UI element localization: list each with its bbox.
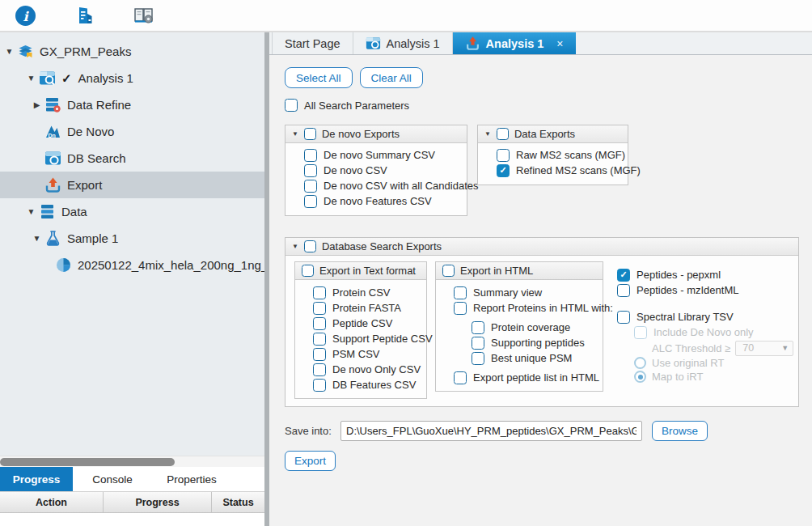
expander-icon[interactable]: ▼	[32, 234, 41, 243]
tree-item-data-refine[interactable]: ▶ Data Refine	[0, 91, 264, 118]
tree-item-label: DB Search	[67, 151, 126, 165]
expander-icon[interactable]: ▼	[27, 207, 36, 216]
column-header-status[interactable]: Status	[212, 492, 264, 512]
sample-flask-icon	[44, 230, 61, 247]
checkbox-de-novo-summary-csv[interactable]: De novo Summary CSV	[304, 147, 462, 163]
info-icon[interactable]: i	[15, 5, 36, 27]
checkbox-all-search-parameters[interactable]: All Search Parameters	[285, 97, 812, 113]
column-header-action[interactable]: Action	[0, 492, 104, 512]
tab-console[interactable]: Console	[73, 467, 152, 491]
checkbox-box	[454, 286, 467, 299]
report-icon[interactable]	[74, 5, 95, 27]
export-icon	[44, 176, 61, 193]
checkbox-report-proteins-html[interactable]: Report Proteins in HTML with:	[454, 300, 599, 316]
group-title: Database Search Exports	[322, 240, 442, 252]
manual-icon[interactable]	[133, 5, 154, 27]
progress-table-body	[0, 513, 264, 526]
checkbox-best-unique-psm[interactable]: Best unique PSM	[472, 350, 599, 366]
left-panel: ▼ GX_PRM_Peaks ▼	[0, 32, 264, 526]
checkbox-de-novo-csv[interactable]: De novo CSV	[304, 163, 462, 178]
checkbox-protein-csv[interactable]: Protein CSV	[313, 285, 423, 300]
group-checkbox[interactable]	[442, 265, 455, 277]
tree-item-de-novo[interactable]: Dn De Novo	[0, 118, 264, 145]
checkbox-psm-csv[interactable]: PSM CSV	[313, 346, 423, 362]
expander-icon[interactable]: ▶	[32, 100, 41, 109]
group-data-exports: ▼ Data Exports Raw MS2 scans (MGF) ✓ Ref…	[477, 125, 628, 185]
checkbox-label: Best unique PSM	[491, 352, 572, 364]
scrollbar-thumb[interactable]	[0, 458, 175, 466]
radio-map-to-irt: Map to iRT	[634, 370, 793, 384]
checkbox-label: Raw MS2 scans (MGF)	[516, 149, 625, 161]
checkbox-raw-ms2-scans[interactable]: Raw MS2 scans (MGF)	[497, 147, 623, 163]
checkbox-label: De novo Features CSV	[324, 195, 432, 207]
analysis-icon	[39, 70, 56, 87]
checkbox-export-peptide-list-html[interactable]: Export peptide list in HTML	[454, 370, 599, 385]
tree-horizontal-scrollbar[interactable]	[0, 456, 264, 467]
clear-all-button[interactable]: Clear All	[360, 67, 423, 88]
checkbox-peptide-csv[interactable]: Peptide CSV	[313, 316, 423, 331]
checkbox-box	[313, 286, 326, 299]
checkbox-protein-coverage[interactable]: Protein coverage	[472, 320, 599, 335]
checkbox-protein-fasta[interactable]: Protein FASTA	[313, 300, 423, 316]
checkbox-refined-ms2-scans[interactable]: ✓ Refined MS2 scans (MGF)	[497, 163, 623, 178]
tree-item-project[interactable]: ▼ GX_PRM_Peaks	[0, 38, 264, 65]
checkbox-peptides-pepxml[interactable]: ✓ Peptides - pepxml	[617, 267, 793, 282]
tree-item-label: Export	[67, 178, 102, 192]
select-all-button[interactable]: Select All	[285, 67, 353, 88]
tab-properties[interactable]: Properties	[152, 467, 231, 491]
tab-analysis-1[interactable]: Analysis 1	[353, 32, 453, 54]
group-export-text-format: Export in Text format Protein CSV Protei…	[294, 261, 427, 399]
radio-label: Map to iRT	[652, 371, 703, 383]
close-tab-icon[interactable]: ×	[556, 37, 563, 50]
checkbox-box	[285, 99, 298, 112]
tree-item-db-search[interactable]: DB Search	[0, 145, 264, 172]
checkbox-label: All Search Parameters	[304, 100, 409, 112]
checkbox-de-novo-only-csv[interactable]: De novo Only CSV	[313, 362, 423, 377]
collapse-arrow-icon[interactable]: ▼	[292, 243, 298, 250]
tree-item-label: GX_PRM_Peaks	[40, 45, 131, 58]
tree-item-label: De Novo	[67, 125, 114, 138]
collapse-arrow-icon[interactable]: ▼	[484, 130, 491, 138]
tree-item-sample-1[interactable]: ▼ Sample 1	[0, 225, 264, 252]
checkbox-db-features-csv[interactable]: DB Features CSV	[313, 377, 423, 392]
tree-item-data[interactable]: ▼ Data	[0, 198, 264, 225]
export-button[interactable]: Export	[285, 451, 336, 471]
group-checkbox[interactable]	[302, 265, 314, 277]
checkbox-label: Report Proteins in HTML with:	[473, 302, 613, 314]
checkbox-box	[617, 284, 630, 297]
browse-button[interactable]: Browse	[652, 421, 708, 441]
export-icon	[465, 36, 480, 51]
group-checkbox[interactable]	[304, 128, 316, 140]
radio-use-original-rt: Use original RT	[634, 356, 793, 370]
checkbox-support-peptide-csv[interactable]: Support Peptide CSV	[313, 331, 423, 346]
tree-item-analysis-1[interactable]: ▼ ✓ Analysis 1	[0, 65, 264, 91]
tree-item-run-file[interactable]: 20250122_4mix_hela_200ng_1ng_	[0, 252, 264, 278]
checkbox-de-novo-csv-all-candidates[interactable]: De novo CSV with all Candidates	[304, 178, 462, 193]
checkbox-spectral-library-tsv[interactable]: Spectral Library TSV	[617, 309, 793, 325]
group-checkbox[interactable]	[497, 128, 509, 140]
column-header-progress[interactable]: Progress	[104, 492, 212, 512]
checkbox-box	[304, 180, 317, 193]
checkbox-label: DB Features CSV	[332, 379, 416, 391]
tab-progress[interactable]: Progress	[0, 467, 73, 491]
checkbox-label: PSM CSV	[332, 348, 380, 360]
checkbox-peptides-mzidentml[interactable]: Peptides - mzIdentML	[617, 282, 793, 298]
checkbox-box	[313, 379, 326, 392]
tab-analysis-1-export[interactable]: Analysis 1 ×	[453, 32, 576, 54]
group-checkbox[interactable]	[304, 240, 316, 252]
checkbox-summary-view[interactable]: Summary view	[454, 285, 599, 300]
checkbox-box	[313, 363, 326, 376]
save-path-input[interactable]	[340, 421, 642, 441]
collapse-arrow-icon[interactable]: ▼	[292, 130, 298, 138]
top-toolbar: i	[0, 0, 812, 32]
checkbox-de-novo-features-csv[interactable]: De novo Features CSV	[304, 193, 462, 209]
tab-start-page[interactable]: Start Page	[272, 32, 353, 54]
expander-icon[interactable]: ▼	[27, 74, 36, 83]
expander-icon[interactable]: ▼	[5, 47, 14, 56]
tab-label: Analysis 1	[387, 37, 440, 50]
group-title: Export in HTML	[460, 265, 533, 277]
checkbox-supporting-peptides[interactable]: Supporting peptides	[472, 335, 599, 350]
radio-circle	[634, 371, 646, 383]
checkbox-box: ✓	[497, 164, 510, 177]
tree-item-export[interactable]: Export	[0, 172, 264, 198]
